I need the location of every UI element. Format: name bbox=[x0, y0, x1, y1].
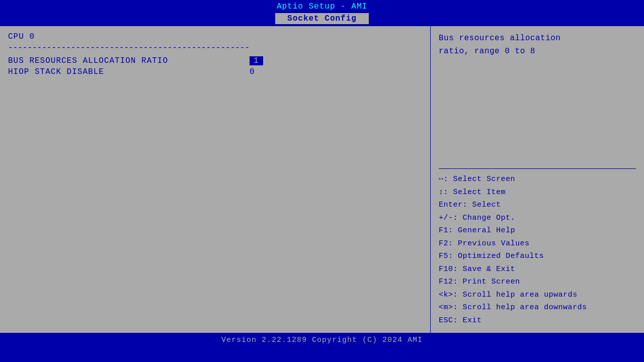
key-f1: F1: General Help bbox=[439, 224, 636, 237]
value-bus-resources[interactable]: 1 bbox=[250, 56, 263, 65]
key-change-opt: +/-: Change Opt. bbox=[439, 212, 636, 225]
key-select-screen: ↔: Select Screen bbox=[439, 173, 636, 186]
key-bindings: ↔: Select Screen ↕: Select Item Enter: S… bbox=[439, 173, 636, 327]
key-k: <k>: Scroll help area upwards bbox=[439, 289, 636, 302]
divider: ----------------------------------------… bbox=[8, 43, 422, 52]
value-hiop-stack: 0 bbox=[250, 67, 255, 76]
help-line-1: Bus resources allocation bbox=[439, 34, 560, 43]
section-title: CPU 0 bbox=[8, 32, 422, 41]
label-bus-resources: Bus Resources Allocation Ratio bbox=[8, 56, 250, 65]
footer: Version 2.22.1289 Copyright (C) 2024 AMI bbox=[0, 333, 644, 347]
main-area: CPU 0 ----------------------------------… bbox=[0, 26, 644, 333]
active-tab[interactable]: Socket Config bbox=[275, 13, 369, 24]
key-select-item: ↕: Select Item bbox=[439, 186, 636, 199]
key-m: <m>: Scroll help area downwards bbox=[439, 301, 636, 314]
tab-bar: Socket Config bbox=[0, 12, 644, 26]
config-row-hiop-stack[interactable]: HIOP STACK DISABLE 0 bbox=[8, 67, 422, 76]
right-panel: Bus resources allocation ratio, range 0 … bbox=[430, 26, 644, 333]
help-text: Bus resources allocation ratio, range 0 … bbox=[439, 32, 636, 58]
left-panel: CPU 0 ----------------------------------… bbox=[0, 26, 430, 333]
key-f2: F2: Previous Values bbox=[439, 237, 636, 250]
key-f5: F5: Optimized Defaults bbox=[439, 250, 636, 263]
app-title: Aptio Setup - AMI bbox=[277, 2, 367, 11]
config-row-bus-resources[interactable]: Bus Resources Allocation Ratio 1 bbox=[8, 56, 422, 65]
help-line-2: ratio, range 0 to 8 bbox=[439, 47, 535, 56]
key-esc: ESC: Exit bbox=[439, 314, 636, 327]
label-hiop-stack: HIOP STACK DISABLE bbox=[8, 67, 250, 76]
footer-text: Version 2.22.1289 Copyright (C) 2024 AMI bbox=[221, 336, 423, 344]
key-enter: Enter: Select bbox=[439, 199, 636, 212]
key-f12: F12: Print Screen bbox=[439, 276, 636, 289]
key-f10: F10: Save & Exit bbox=[439, 263, 636, 276]
help-divider bbox=[439, 168, 636, 169]
app-header: Aptio Setup - AMI bbox=[0, 0, 644, 12]
